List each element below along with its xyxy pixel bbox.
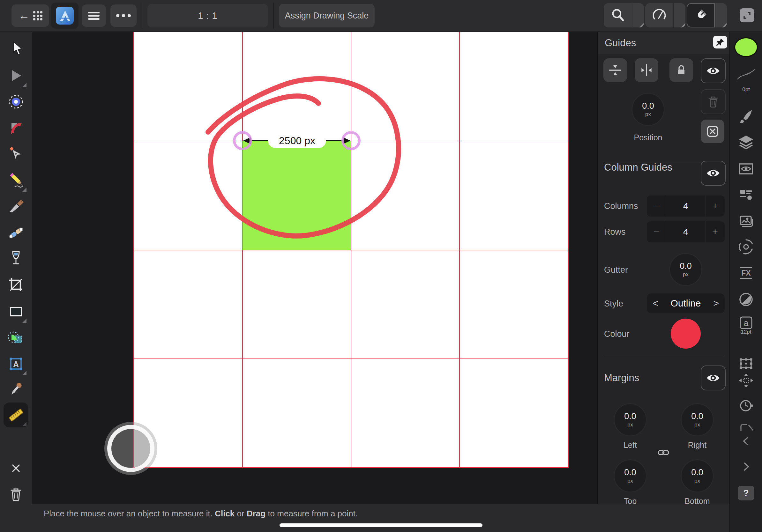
style-prev-chevron[interactable]: < (652, 298, 658, 309)
show-column-guides-button[interactable] (701, 161, 725, 186)
typography-studio[interactable]: a (730, 315, 762, 331)
row-guide-line[interactable] (134, 250, 568, 250)
effects-studio[interactable]: FX (730, 265, 762, 281)
help-button[interactable]: ? (730, 486, 762, 500)
delete-tool-button[interactable] (4, 482, 29, 507)
clear-all-guides-button[interactable] (701, 120, 724, 143)
navigator-button[interactable] (645, 3, 673, 28)
snapshot-studio[interactable] (730, 420, 762, 436)
lock-guides-button[interactable] (669, 58, 693, 82)
eyedropper-tool[interactable] (4, 377, 29, 402)
gutter-value: 0.0 (680, 261, 692, 271)
zoom-tool-button[interactable] (604, 3, 632, 28)
margin-right-dial[interactable]: 0.0 px (681, 403, 714, 436)
svg-text:A: A (13, 360, 19, 369)
brushes-studio[interactable] (730, 108, 762, 125)
home-indicator[interactable] (279, 523, 483, 527)
fill-swatch[interactable] (730, 37, 762, 57)
rows-decrement[interactable]: − (647, 227, 666, 237)
columns-stepper[interactable]: − 4 + (647, 195, 725, 217)
color-wheel-studio[interactable] (730, 238, 762, 255)
zoom-tool-flyout[interactable] (633, 3, 644, 28)
shape-builder-tool[interactable] (4, 325, 29, 350)
gradient-tool[interactable] (4, 220, 29, 245)
studio-sidebar: 0pt (729, 32, 762, 532)
pen-nib-icon (7, 145, 25, 163)
rows-value[interactable]: 4 (666, 221, 706, 242)
row-guide-line[interactable] (134, 359, 568, 359)
main-menu-button[interactable] (82, 4, 106, 27)
expand-chevron[interactable] (730, 460, 762, 473)
history-studio[interactable] (730, 397, 762, 414)
add-vertical-guide-button[interactable] (635, 58, 658, 82)
window-mode-button[interactable] (740, 8, 754, 22)
transparency-tool[interactable] (4, 245, 29, 270)
columns-increment[interactable]: + (706, 201, 725, 212)
rectangle-tool[interactable] (4, 299, 29, 324)
delete-guide-button-disabled[interactable] (701, 89, 725, 114)
column-guide-line[interactable] (459, 32, 460, 467)
pencil-tool[interactable] (4, 168, 29, 193)
margin-top-value: 0.0 (624, 468, 636, 478)
columns-label: Columns (604, 201, 638, 211)
gutter-dial[interactable]: 0.0 px (669, 253, 702, 286)
measurement-label: 2500 px (268, 133, 326, 148)
adjustments-studio[interactable] (730, 291, 762, 308)
collapse-chevron[interactable] (730, 435, 762, 447)
canvas[interactable] (134, 32, 568, 467)
corner-tool[interactable] (4, 115, 29, 140)
back-to-documents-button[interactable]: ← (12, 4, 49, 27)
affinity-home-button[interactable] (51, 3, 79, 29)
pin-panel-button[interactable] (713, 36, 727, 48)
show-guides-button-active[interactable] (701, 58, 725, 83)
assign-drawing-scale-button[interactable]: Assign Drawing Scale (279, 4, 375, 28)
navigator-flyout[interactable] (674, 3, 685, 28)
crop-tool[interactable] (4, 272, 29, 297)
close-tool-button[interactable] (4, 456, 29, 481)
filled-grid-cell[interactable] (243, 141, 351, 250)
columns-value[interactable]: 4 (666, 195, 706, 217)
scale-value: 1 : 1 (198, 11, 217, 21)
rows-increment[interactable]: + (706, 227, 725, 237)
colour-swatch[interactable] (671, 319, 701, 349)
pencil-icon (7, 171, 25, 189)
rectangle-icon (7, 303, 25, 320)
add-horizontal-guide-button[interactable] (603, 58, 627, 82)
layer-preview-studio[interactable] (730, 161, 762, 177)
drawing-scale-button[interactable]: 1 : 1 (147, 4, 268, 28)
text-size-label: 12pt (730, 329, 762, 335)
snapping-flyout[interactable] (716, 3, 727, 28)
columns-decrement[interactable]: − (647, 201, 666, 212)
pen-tool[interactable] (4, 142, 29, 166)
node-tool[interactable] (4, 63, 29, 88)
selection-brush-tool[interactable] (4, 89, 29, 114)
margin-top-dial[interactable]: 0.0 px (614, 459, 647, 493)
link-margins-icon[interactable] (658, 448, 669, 457)
knife-tool[interactable] (4, 194, 29, 219)
rows-stepper[interactable]: − 4 + (647, 221, 725, 242)
text-tool[interactable]: A (4, 352, 29, 376)
style-next-chevron[interactable]: > (713, 298, 719, 309)
snapping-button-active[interactable] (687, 3, 715, 28)
touch-cursor-indicator (107, 425, 154, 472)
stroke-preview[interactable] (730, 66, 762, 82)
images-studio[interactable] (730, 212, 762, 229)
assets-studio[interactable] (730, 187, 762, 203)
move-tool[interactable] (4, 36, 29, 61)
margin-bottom-dial[interactable]: 0.0 px (681, 459, 714, 493)
measure-tool-selected[interactable] (4, 403, 29, 428)
rows-label: Rows (604, 227, 626, 237)
more-options-button[interactable] (111, 4, 137, 27)
brush-icon (738, 108, 754, 125)
arrange-studio[interactable] (730, 372, 762, 389)
clock-icon (738, 397, 754, 414)
guide-position-dial[interactable]: 0.0 px (632, 93, 665, 126)
layers-studio[interactable] (730, 134, 762, 151)
transform-studio[interactable] (730, 356, 762, 372)
show-margins-button[interactable] (701, 366, 725, 390)
row-guide-line[interactable] (134, 141, 568, 141)
style-selector[interactable]: < Outline > (647, 294, 725, 313)
margin-left-dial[interactable]: 0.0 px (614, 403, 647, 436)
fx-icon: FX (738, 265, 754, 281)
margin-left-value: 0.0 (624, 412, 636, 421)
